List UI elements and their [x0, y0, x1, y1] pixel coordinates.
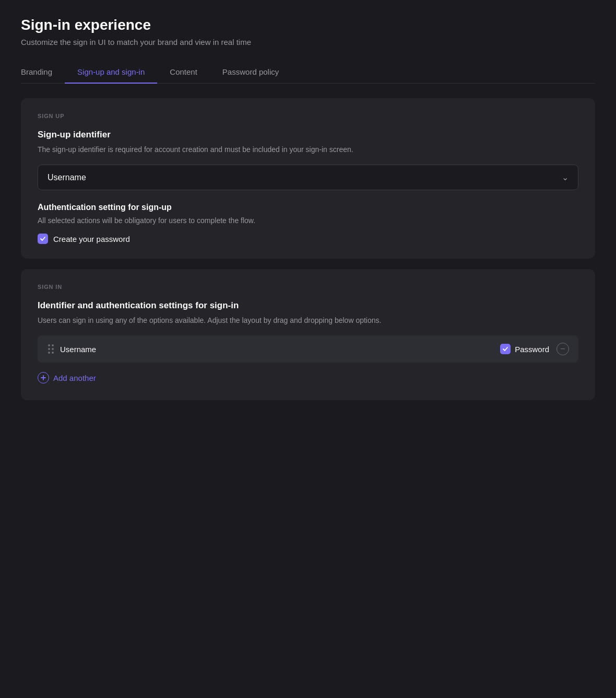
- tabs-nav: Branding Sign-up and sign-in Content Pas…: [21, 61, 595, 84]
- add-another-label: Add another: [53, 374, 96, 382]
- tab-branding[interactable]: Branding: [21, 61, 65, 84]
- signin-card: SIGN IN Identifier and authentication se…: [21, 269, 595, 400]
- signup-password-checkbox[interactable]: [38, 234, 48, 244]
- signup-section-label: SIGN UP: [38, 113, 578, 119]
- tab-content[interactable]: Content: [157, 61, 210, 84]
- dot: [52, 344, 54, 346]
- signin-section-label: SIGN IN: [38, 284, 578, 290]
- signup-auth-title: Authentication setting for sign-up: [38, 203, 578, 212]
- page-subtitle: Customize the sign in UI to match your b…: [21, 38, 595, 46]
- signin-password-label: Password: [515, 345, 549, 354]
- minus-icon: −: [560, 345, 565, 353]
- signup-identifier-select-wrapper: Username ⌄: [38, 165, 578, 190]
- drag-handle-icon[interactable]: [47, 343, 55, 355]
- signup-password-checkbox-row: Create your password: [38, 234, 578, 244]
- remove-identifier-button[interactable]: −: [556, 343, 569, 355]
- tab-password-policy[interactable]: Password policy: [210, 61, 291, 84]
- signup-auth-desc: All selected actions will be obligatory …: [38, 215, 578, 226]
- signup-identifier-title: Sign-up identifier: [38, 130, 578, 140]
- page-title: Sign-in experience: [21, 17, 595, 33]
- signin-identifier-desc: Users can sign in using any of the optio…: [38, 315, 578, 326]
- dot: [48, 352, 50, 354]
- checkmark-icon: [502, 346, 508, 352]
- signin-password-checkbox[interactable]: [500, 344, 511, 354]
- chevron-down-icon: ⌄: [562, 172, 568, 182]
- identifier-left: Username: [47, 343, 96, 355]
- signup-card: SIGN UP Sign-up identifier The sign-up i…: [21, 98, 595, 259]
- checkmark-icon: [40, 236, 46, 242]
- dot: [48, 348, 50, 350]
- add-another-button[interactable]: Add another: [38, 370, 96, 386]
- tab-sign-up-sign-in[interactable]: Sign-up and sign-in: [65, 61, 157, 84]
- signin-identifier-row: Username Password −: [38, 335, 578, 363]
- signup-password-label: Create your password: [53, 235, 130, 243]
- dot: [52, 352, 54, 354]
- signup-identifier-desc: The sign-up identifier is required for a…: [38, 144, 578, 155]
- signin-identifier-title: Identifier and authentication settings f…: [38, 300, 578, 311]
- signup-identifier-select-value: Username: [48, 173, 86, 182]
- dot: [52, 348, 54, 350]
- add-circle-icon: [38, 372, 49, 383]
- page-header: Sign-in experience Customize the sign in…: [21, 17, 595, 46]
- signup-identifier-select[interactable]: Username ⌄: [38, 165, 578, 190]
- dot: [48, 344, 50, 346]
- identifier-username-label: Username: [60, 345, 96, 354]
- identifier-right: Password −: [500, 343, 569, 355]
- signin-password-checkbox-row: Password: [500, 344, 549, 354]
